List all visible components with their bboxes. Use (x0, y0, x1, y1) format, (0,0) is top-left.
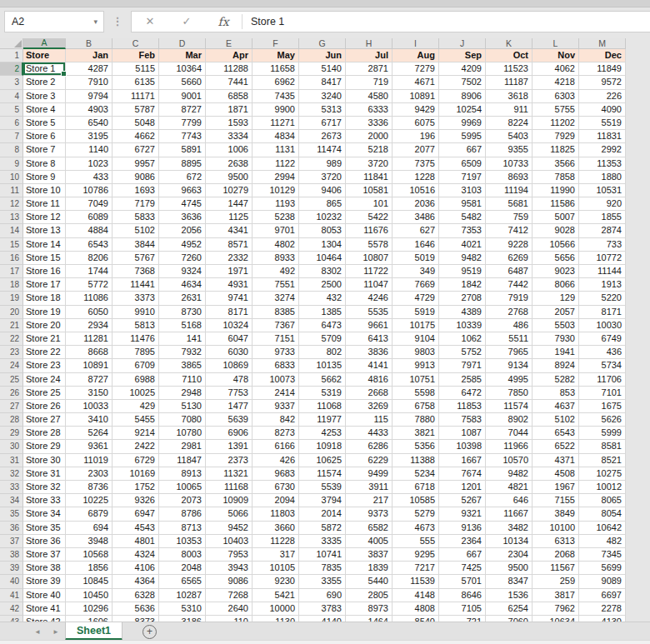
row-header-43[interactable]: 43 (0, 616, 23, 622)
cell-C22[interactable]: 11476 (112, 332, 159, 346)
cell-F25[interactable]: 10073 (252, 373, 299, 387)
cell-I1[interactable]: Aug (392, 49, 439, 62)
cell-D8[interactable]: 5891 (159, 143, 206, 157)
cell-A17[interactable]: Store 16 (23, 265, 66, 278)
cell-D2[interactable]: 10364 (159, 62, 206, 76)
cell-F39[interactable]: 10105 (252, 562, 299, 575)
cell-L21[interactable]: 5503 (532, 319, 579, 332)
cell-I23[interactable]: 9803 (392, 346, 439, 359)
cell-B14[interactable]: 4884 (66, 224, 112, 237)
cell-A42[interactable]: Store 41 (23, 602, 66, 616)
cell-B38[interactable]: 10568 (66, 548, 112, 562)
cell-E12[interactable]: 1447 (206, 197, 252, 211)
column-header-G[interactable]: G (299, 38, 346, 49)
cell-E5[interactable]: 1871 (206, 103, 252, 117)
cell-C34[interactable]: 9326 (112, 494, 159, 507)
cell-D18[interactable]: 4634 (159, 278, 206, 292)
cell-J5[interactable]: 10254 (439, 103, 486, 117)
cell-F16[interactable]: 8933 (252, 252, 299, 265)
cell-J25[interactable]: 2585 (439, 373, 486, 387)
cell-M20[interactable]: 8171 (579, 306, 626, 319)
cell-J8[interactable]: 667 (439, 143, 486, 157)
cell-M29[interactable]: 5999 (579, 427, 626, 440)
cell-J14[interactable]: 7353 (439, 224, 486, 237)
row-header-36[interactable]: 36 (0, 522, 23, 535)
cell-H9[interactable]: 3720 (346, 157, 392, 171)
cell-D35[interactable]: 8786 (159, 507, 206, 521)
cell-J19[interactable]: 2708 (439, 292, 486, 305)
cell-J40[interactable]: 5701 (439, 575, 486, 588)
cell-K34[interactable]: 646 (486, 494, 532, 507)
cell-C11[interactable]: 1693 (112, 184, 159, 197)
cell-H7[interactable]: 2000 (346, 130, 392, 143)
cell-I4[interactable]: 10891 (392, 90, 439, 103)
cell-F31[interactable]: 426 (252, 454, 299, 467)
cell-D22[interactable]: 141 (159, 332, 206, 346)
cell-G18[interactable]: 2500 (299, 278, 346, 292)
cell-G33[interactable]: 5539 (299, 481, 346, 494)
cell-F32[interactable]: 9683 (252, 467, 299, 481)
cell-I42[interactable]: 4808 (392, 602, 439, 616)
cell-M9[interactable]: 11353 (579, 157, 626, 171)
row-header-23[interactable]: 23 (0, 346, 23, 359)
cell-C31[interactable]: 6729 (112, 454, 159, 467)
cell-B39[interactable]: 1856 (66, 562, 112, 575)
cell-G5[interactable]: 5313 (299, 103, 346, 117)
cell-H4[interactable]: 4580 (346, 90, 392, 103)
cell-I15[interactable]: 1646 (392, 238, 439, 252)
cell-F4[interactable]: 7435 (252, 90, 299, 103)
cell-D37[interactable]: 10353 (159, 535, 206, 548)
cell-M5[interactable]: 4090 (579, 103, 626, 117)
row-header-2[interactable]: 2 (0, 62, 23, 76)
row-header-12[interactable]: 12 (0, 197, 23, 211)
cell-J21[interactable]: 10339 (439, 319, 486, 332)
cell-K7[interactable]: 5403 (486, 130, 532, 143)
cell-M19[interactable]: 5220 (579, 292, 626, 305)
cell-G10[interactable]: 3720 (299, 171, 346, 184)
cell-G24[interactable]: 10135 (299, 359, 346, 372)
cell-F43[interactable]: 1130 (252, 616, 299, 622)
cell-H10[interactable]: 11841 (346, 171, 392, 184)
cell-J20[interactable]: 4389 (439, 306, 486, 319)
row-header-25[interactable]: 25 (0, 373, 23, 387)
row-header-19[interactable]: 19 (0, 292, 23, 305)
row-header-9[interactable]: 9 (0, 157, 23, 171)
column-header-M[interactable]: M (579, 38, 626, 49)
row-header-29[interactable]: 29 (0, 427, 23, 440)
cell-G36[interactable]: 5872 (299, 522, 346, 535)
cell-D41[interactable]: 10287 (159, 589, 206, 602)
cell-A5[interactable]: Store 4 (23, 103, 66, 117)
cell-E4[interactable]: 6858 (206, 90, 252, 103)
column-header-C[interactable]: C (112, 38, 159, 49)
cell-F9[interactable]: 1122 (252, 157, 299, 171)
cell-F10[interactable]: 2994 (252, 171, 299, 184)
cell-C17[interactable]: 7368 (112, 265, 159, 278)
cell-A23[interactable]: Store 22 (23, 346, 66, 359)
cell-K21[interactable]: 486 (486, 319, 532, 332)
column-header-J[interactable]: J (439, 38, 486, 49)
cell-J24[interactable]: 7971 (439, 359, 486, 372)
cell-F27[interactable]: 9337 (252, 400, 299, 413)
cell-G40[interactable]: 3355 (299, 575, 346, 588)
cell-K19[interactable]: 7919 (486, 292, 532, 305)
cell-L28[interactable]: 5102 (532, 413, 579, 427)
cell-I33[interactable]: 6718 (392, 481, 439, 494)
cell-K43[interactable]: 7060 (486, 616, 532, 622)
cell-K38[interactable]: 2304 (486, 548, 532, 562)
cell-G15[interactable]: 1304 (299, 238, 346, 252)
cell-H36[interactable]: 6582 (346, 522, 392, 535)
name-box-dropdown-icon[interactable]: ▾ (93, 17, 103, 26)
cell-C23[interactable]: 7895 (112, 346, 159, 359)
cell-K32[interactable]: 9482 (486, 467, 532, 481)
cell-M13[interactable]: 1855 (579, 211, 626, 224)
cell-A32[interactable]: Store 31 (23, 467, 66, 481)
cell-K26[interactable]: 7850 (486, 387, 532, 400)
cell-K8[interactable]: 9355 (486, 143, 532, 157)
row-header-28[interactable]: 28 (0, 413, 23, 427)
cell-B10[interactable]: 433 (66, 171, 112, 184)
cell-K16[interactable]: 6269 (486, 252, 532, 265)
cell-C20[interactable]: 9910 (112, 306, 159, 319)
cell-G13[interactable]: 10232 (299, 211, 346, 224)
cell-C10[interactable]: 9086 (112, 171, 159, 184)
cell-G6[interactable]: 6717 (299, 117, 346, 130)
